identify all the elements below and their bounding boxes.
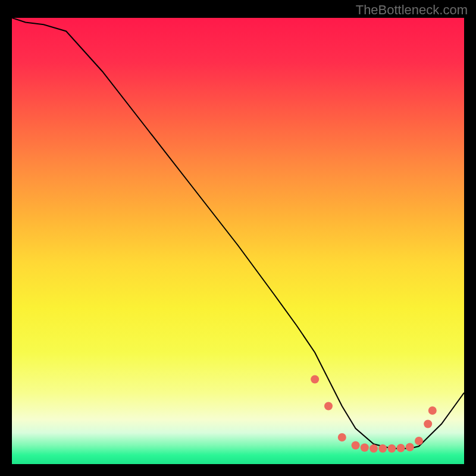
chart-plot-area	[12, 18, 464, 464]
chart-point	[378, 444, 387, 453]
chart-point	[311, 375, 319, 384]
chart-points	[311, 375, 437, 453]
chart-svg	[12, 18, 464, 464]
chart-point	[424, 420, 432, 428]
chart-point	[369, 444, 378, 453]
chart-point	[415, 437, 423, 445]
chart-point	[361, 443, 369, 452]
chart-point	[387, 444, 396, 453]
chart-curve	[12, 18, 464, 449]
chart-point	[397, 444, 405, 452]
chart-point	[324, 402, 333, 411]
chart-point	[428, 406, 437, 415]
chart-point	[352, 441, 360, 450]
watermark-text: TheBottleneck.com	[356, 2, 468, 18]
chart-point	[406, 443, 414, 452]
chart-point	[338, 433, 346, 441]
